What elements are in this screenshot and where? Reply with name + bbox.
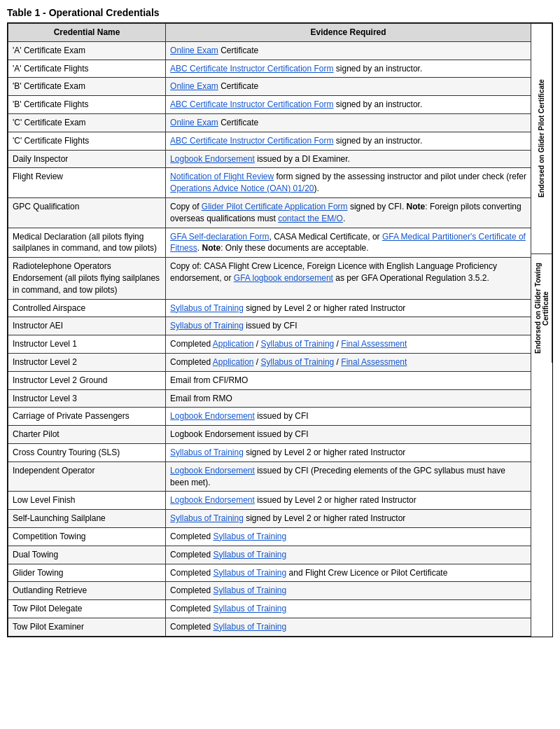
table-row: Tow Pilot DelegateCompleted Syllabus of …	[8, 600, 531, 618]
table-row: Tow Pilot ExaminerCompleted Syllabus of …	[8, 618, 531, 636]
evidence-cell: Completed Syllabus of Training	[166, 546, 531, 564]
credential-cell: Instructor Level 1	[8, 335, 166, 354]
table-row: Instructor Level 3Email from RMO	[8, 389, 531, 408]
table-row: Daily InspectorLogbook Endorsement issue…	[8, 150, 531, 168]
table-title: Table 1 - Operational Credentials	[7, 7, 553, 18]
evidence-cell: ABC Certificate Instructor Certification…	[166, 132, 531, 150]
credentials-table: Credential Name Evidence Required 'A' Ce…	[8, 23, 531, 637]
evidence-cell: GFA Self-declaration Form, CASA Medical …	[166, 228, 531, 258]
credential-cell: Radiotelephone Operators Endorsement (al…	[8, 258, 166, 299]
credentials-table-wrapper: Credential Name Evidence Required 'A' Ce…	[7, 22, 553, 637]
table-row: Instructor Level 2Completed Application …	[8, 353, 531, 371]
evidence-cell: Syllabus of Training signed by Level 2 o…	[166, 510, 531, 528]
evidence-cell: Email from CFI/RMO	[166, 371, 531, 389]
credential-cell: Dual Towing	[8, 546, 166, 564]
table-row: 'B' Certificate FlightsABC Certificate I…	[8, 96, 531, 114]
table-row: 'C' Certificate ExamOnline Exam Certific…	[8, 113, 531, 132]
table-row: Dual TowingCompleted Syllabus of Trainin…	[8, 546, 531, 564]
table-row: Outlanding RetrieveCompleted Syllabus of…	[8, 582, 531, 600]
evidence-cell: Logbook Endorsement issued by Level 2 or…	[166, 492, 531, 510]
tow-certificate-label: Endorsed on Glider Towing Certificate	[531, 254, 552, 363]
sidebar-labels: Endorsed on Glider Pilot Certificate End…	[531, 23, 552, 637]
table-row: Carriage of Private PassengersLogbook En…	[8, 408, 531, 426]
evidence-cell: Syllabus of Training signed by Level 2 o…	[166, 443, 531, 461]
header-credential: Credential Name	[8, 24, 166, 42]
credential-cell: 'B' Certificate Exam	[8, 78, 166, 96]
table-row: Low Level FinishLogbook Endorsement issu…	[8, 492, 531, 510]
evidence-cell: Syllabus of Training signed by Level 2 o…	[166, 299, 531, 317]
evidence-cell: Completed Syllabus of Training	[166, 527, 531, 546]
table-row: 'C' Certificate FlightsABC Certificate I…	[8, 132, 531, 150]
credential-cell: Instructor AEI	[8, 317, 166, 335]
credential-cell: Controlled Airspace	[8, 299, 166, 317]
table-row: Controlled AirspaceSyllabus of Training …	[8, 299, 531, 317]
credential-cell: Daily Inspector	[8, 150, 166, 168]
credential-cell: Independent Operator	[8, 461, 166, 492]
credential-cell: Instructor Level 2 Ground	[8, 371, 166, 389]
credential-cell: Competition Towing	[8, 527, 166, 546]
credential-cell: 'A' Certificate Flights	[8, 60, 166, 78]
table-row: Independent OperatorLogbook Endorsement …	[8, 461, 531, 492]
evidence-cell: Completed Syllabus of Training	[166, 618, 531, 636]
credential-cell: Charter Pilot	[8, 426, 166, 444]
table-row: Medical Declaration (all pilots flying s…	[8, 228, 531, 258]
table-row: Instructor Level 2 GroundEmail from CFI/…	[8, 371, 531, 389]
table-row: Instructor Level 1Completed Application …	[8, 335, 531, 354]
credential-cell: Self-Launching Sailplane	[8, 510, 166, 528]
evidence-cell: Logbook Endorsement issued by CFI (Prece…	[166, 461, 531, 492]
table-row: 'A' Certificate FlightsABC Certificate I…	[8, 60, 531, 78]
table-row: Instructor AEISyllabus of Training issue…	[8, 317, 531, 335]
table-row: GPC QualificationCopy of Glider Pilot Ce…	[8, 197, 531, 228]
evidence-cell: ABC Certificate Instructor Certification…	[166, 60, 531, 78]
table-row: Flight ReviewNotification of Flight Revi…	[8, 168, 531, 198]
credential-cell: Medical Declaration (all pilots flying s…	[8, 228, 166, 258]
credential-cell: Glider Towing	[8, 564, 166, 582]
evidence-cell: Online Exam Certificate	[166, 78, 531, 96]
credential-cell: 'C' Certificate Flights	[8, 132, 166, 150]
credential-cell: 'B' Certificate Flights	[8, 96, 166, 114]
evidence-cell: Completed Application / Syllabus of Trai…	[166, 353, 531, 371]
credential-cell: Tow Pilot Examiner	[8, 618, 166, 636]
evidence-cell: ABC Certificate Instructor Certification…	[166, 96, 531, 114]
table-row: 'A' Certificate ExamOnline Exam Certific…	[8, 41, 531, 60]
table-row: Charter PilotLogbook Endorsement issued …	[8, 426, 531, 444]
evidence-cell: Completed Syllabus of Training	[166, 600, 531, 618]
credential-cell: Instructor Level 2	[8, 353, 166, 371]
evidence-cell: Copy of Glider Pilot Certificate Applica…	[166, 197, 531, 228]
header-evidence: Evidence Required	[166, 24, 531, 42]
credential-cell: Cross Country Touring (SLS)	[8, 443, 166, 461]
evidence-cell: Notification of Flight Review form signe…	[166, 168, 531, 198]
evidence-cell: Completed Application / Syllabus of Trai…	[166, 335, 531, 354]
table-row: 'B' Certificate ExamOnline Exam Certific…	[8, 78, 531, 96]
table-row: Self-Launching SailplaneSyllabus of Trai…	[8, 510, 531, 528]
credential-cell: GPC Qualification	[8, 197, 166, 228]
credential-cell: Instructor Level 3	[8, 389, 166, 408]
gpc-certificate-label: Endorsed on Glider Pilot Certificate	[531, 23, 552, 254]
table-row: Glider TowingCompleted Syllabus of Train…	[8, 564, 531, 582]
evidence-cell: Syllabus of Training issued by CFI	[166, 317, 531, 335]
credential-cell: 'A' Certificate Exam	[8, 41, 166, 60]
evidence-cell: Logbook Endorsement issued by CFI	[166, 426, 531, 444]
credential-cell: Low Level Finish	[8, 492, 166, 510]
evidence-cell: Online Exam Certificate	[166, 113, 531, 132]
evidence-cell: Email from RMO	[166, 389, 531, 408]
credential-cell: Flight Review	[8, 168, 166, 198]
table-row: Cross Country Touring (SLS)Syllabus of T…	[8, 443, 531, 461]
evidence-cell: Completed Syllabus of Training	[166, 582, 531, 600]
table-row: Radiotelephone Operators Endorsement (al…	[8, 258, 531, 299]
evidence-cell: Copy of: CASA Flight Crew Licence, Forei…	[166, 258, 531, 299]
evidence-cell: Online Exam Certificate	[166, 41, 531, 60]
evidence-cell: Logbook Endorsement issued by a DI Exami…	[166, 150, 531, 168]
credential-cell: Outlanding Retrieve	[8, 582, 166, 600]
credential-cell: Tow Pilot Delegate	[8, 600, 166, 618]
table-row: Competition TowingCompleted Syllabus of …	[8, 527, 531, 546]
credential-cell: Carriage of Private Passengers	[8, 408, 166, 426]
evidence-cell: Completed Syllabus of Training and Fligh…	[166, 564, 531, 582]
credential-cell: 'C' Certificate Exam	[8, 113, 166, 132]
evidence-cell: Logbook Endorsement issued by CFI	[166, 408, 531, 426]
